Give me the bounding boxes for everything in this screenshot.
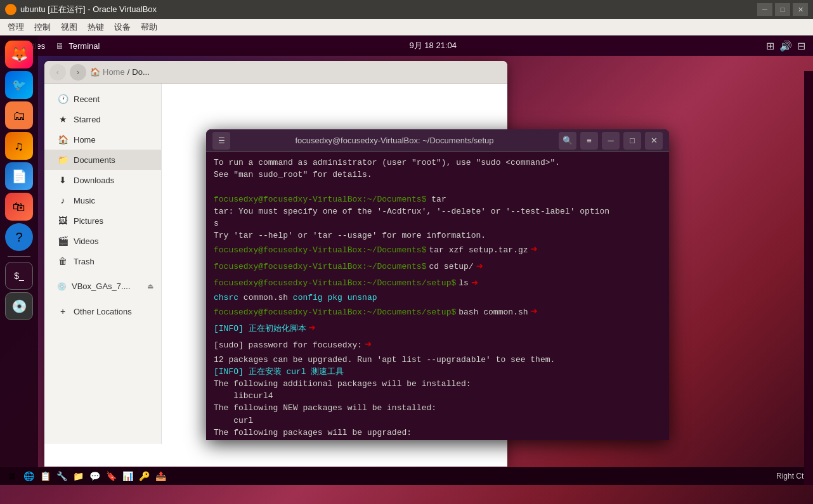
sidebar-item-recent[interactable]: 🕐 Recent (44, 89, 161, 109)
statusbar-icon-1[interactable]: 🖥 (5, 469, 19, 483)
statusbar-icon-3[interactable]: 📋 (38, 469, 52, 483)
statusbar-icon-4[interactable]: 🔧 (55, 469, 68, 483)
sidebar-item-videos[interactable]: 🎬 Videos (44, 231, 161, 251)
breadcrumb-separator: / (127, 67, 130, 77)
sidebar-item-home[interactable]: 🏠 Home (44, 129, 161, 150)
dock-icon-files[interactable]: 🗂 (5, 101, 33, 129)
term-text: curl (214, 416, 253, 425)
dock-icon-appstore[interactable]: 🛍 (5, 193, 33, 221)
term-line-13: [sudo] password for focusedxy: ➜ (214, 337, 661, 353)
terminal-close-button[interactable]: ✕ (645, 132, 663, 150)
term-line-21: libcurl4 (214, 439, 661, 440)
sidebar-item-pictures[interactable]: 🖼 Pictures (44, 210, 161, 231)
term-text: 12 packages can be upgraded. Run 'apt li… (214, 355, 555, 365)
dock-icon-libreoffice[interactable]: 📄 (5, 162, 33, 190)
filemanager-sidebar: 🕐 Recent ★ Starred 🏠 Home 📁 (44, 84, 162, 444)
term-line-5: s (214, 218, 661, 229)
terminal-search-button[interactable]: 🔍 (559, 132, 576, 150)
dock-icon-terminal[interactable]: $_ (5, 262, 33, 290)
network-icon: ⊞ (766, 40, 774, 52)
term-text: libcurl4 (214, 391, 273, 401)
terminal-title: focusedxy@focusedxy-VirtualBox: ~/Docume… (235, 136, 554, 145)
device-disc-icon: 💿 (57, 282, 67, 291)
vbox-menu-control[interactable]: 控制 (29, 20, 56, 34)
term-prompt: focusedxy@focusedxy-VirtualBox:~/Documen… (214, 307, 456, 318)
sidebar-eject-button[interactable]: ⏏ (147, 282, 153, 290)
vbox-menu-view[interactable]: 视图 (56, 20, 82, 34)
vbox-menu-hotkey[interactable]: 热键 (82, 20, 109, 34)
terminal-minimize-button[interactable]: ─ (602, 132, 620, 150)
term-info-1: [INFO] 正在初始化脚本 (214, 323, 306, 335)
term-text: s (214, 219, 219, 228)
filemanager-back-button[interactable]: ‹ (49, 64, 66, 81)
breadcrumb-current: Do... (132, 67, 149, 77)
downloads-icon: ⬇ (57, 175, 68, 185)
term-line-8: focusedxy@focusedxy-VirtualBox:~/Documen… (214, 259, 661, 275)
statusbar-icon-7[interactable]: 🔖 (104, 469, 118, 483)
pictures-icon: 🖼 (57, 216, 68, 226)
arrow-icon-6: ➜ (365, 337, 372, 353)
vbox-menu-help[interactable]: 帮助 (136, 20, 162, 34)
dock-icon-firefox[interactable]: 🦊 (5, 41, 33, 68)
statusbar-icon-5[interactable]: 📁 (71, 469, 85, 483)
sidebar-label-recent: Recent (74, 94, 100, 104)
videos-icon: 🎬 (57, 236, 68, 246)
sidebar-item-vbox[interactable]: 💿 VBox_GAs_7.... ⏏ (44, 276, 161, 296)
dock-icon-rhythmbox[interactable]: ♫ (5, 132, 33, 160)
documents-icon: 📁 (57, 155, 68, 165)
term-line-20: The following packages will be upgraded: (214, 427, 661, 439)
vbox-menu-devices[interactable]: 设备 (109, 20, 136, 34)
vbox-close-button[interactable]: ✕ (793, 3, 808, 16)
term-info-2: [INFO] 正在安装 curl 测速工具 (214, 367, 344, 377)
statusbar-icon-10[interactable]: 📤 (153, 469, 167, 483)
sidebar-item-music[interactable]: ♪ Music (44, 190, 161, 210)
terminal-window: ☰ focusedxy@focusedxy-VirtualBox: ~/Docu… (206, 129, 669, 440)
terminal-menu-button[interactable]: ≡ (580, 132, 598, 150)
sidebar-spacer2 (44, 296, 161, 301)
vbox-menu-manage[interactable]: 管理 (3, 20, 29, 34)
term-prompt: focusedxy@focusedxy-VirtualBox:~/Documen… (214, 195, 426, 204)
dock-separator (8, 256, 30, 257)
terminal-titlebar: ☰ focusedxy@focusedxy-VirtualBox: ~/Docu… (206, 129, 669, 152)
term-line-3: focusedxy@focusedxy-VirtualBox:~/Documen… (214, 194, 661, 205)
ubuntu-statusbar: 🖥 🌐 📋 🔧 📁 💬 🔖 📊 🔑 📤 Right Ctrl (0, 467, 813, 485)
sidebar-item-documents[interactable]: 📁 Documents (44, 150, 161, 170)
vbox-window-controls: ─ □ ✕ (757, 3, 808, 16)
breadcrumb-home-icon: 🏠 (90, 67, 100, 77)
term-prompt: focusedxy@focusedxy-VirtualBox:~/Documen… (214, 261, 426, 273)
term-text: Try 'tar --help' or 'tar --usage' for mo… (214, 231, 486, 240)
filemanager-breadcrumb: 🏠 Home / Do... (90, 67, 502, 77)
sidebar-item-starred[interactable]: ★ Starred (44, 109, 161, 129)
datetime-display: 9月 18 21:04 (409, 41, 456, 50)
term-blank-1 (214, 181, 661, 193)
sidebar-item-downloads[interactable]: ⬇ Downloads (44, 170, 161, 190)
vbox-maximize-button[interactable]: □ (775, 3, 790, 16)
term-cmd: bash common.sh (459, 307, 528, 318)
sidebar-label-music: Music (74, 196, 95, 205)
statusbar-icon-9[interactable]: 🔑 (137, 469, 151, 483)
terminal-app-icon: ☰ (218, 136, 225, 145)
term-line-2: See "man sudo_root" for details. (214, 169, 661, 181)
term-file-commonsh: common.sh (244, 293, 288, 302)
term-line-18: The following NEW packages will be insta… (214, 403, 661, 414)
term-text: The following additional packages will b… (214, 379, 471, 389)
statusbar-icon-6[interactable]: 💬 (88, 469, 101, 483)
sidebar-label-documents: Documents (74, 155, 115, 165)
statusbar-right-ctrl: Right Ctrl (776, 472, 808, 481)
arrow-icon-4: ➜ (530, 304, 537, 320)
filemanager-forward-button[interactable]: › (70, 64, 86, 81)
terminal-maximize-button[interactable]: □ (623, 132, 641, 150)
sidebar-label-videos: Videos (74, 236, 99, 246)
desktop: ubuntu [正在运行] - Oracle VirtualBox ─ □ ✕ … (0, 0, 813, 504)
sidebar-item-trash[interactable]: 🗑 Trash (44, 251, 161, 271)
topbar-terminal-label: Terminal (68, 41, 100, 51)
dock-icon-disc[interactable]: 💿 (5, 292, 33, 320)
dock-icon-help[interactable]: ? (5, 223, 33, 251)
breadcrumb-home[interactable]: Home (103, 67, 125, 77)
sidebar-item-other-locations[interactable]: + Other Locations (44, 301, 161, 321)
statusbar-icon-8[interactable]: 📊 (120, 469, 134, 483)
terminal-content: To run a command as administrator (user … (206, 152, 669, 440)
dock-icon-thunderbird[interactable]: 🐦 (5, 71, 33, 99)
vbox-minimize-button[interactable]: ─ (757, 3, 772, 16)
statusbar-icon-2[interactable]: 🌐 (22, 469, 36, 483)
